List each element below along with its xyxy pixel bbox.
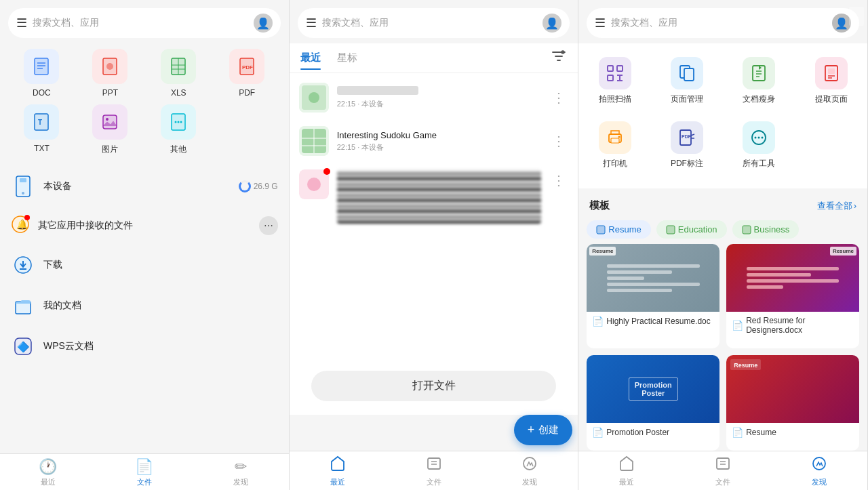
file-type-xls[interactable]: XLS — [148, 49, 210, 98]
panel-recent: ☰ 搜索文档、应用 👤 最近 星标 22:15 · 本设备 — [290, 0, 579, 490]
tool-print[interactable]: 打印机 — [578, 113, 650, 178]
received-icon-wrap: 🔔 — [11, 215, 30, 237]
storage-mydocs[interactable]: 我的文档 — [0, 285, 289, 326]
nav-discover-3[interactable]: 发现 — [771, 455, 867, 487]
template-doc-icon-2: 📄 — [592, 427, 604, 438]
view-all-link[interactable]: 查看全部 › — [817, 200, 856, 212]
tool-alltools[interactable]: 所有工具 — [723, 113, 795, 178]
search-bar-2[interactable]: ☰ 搜索文档、应用 👤 — [298, 8, 570, 38]
tab-starred[interactable]: 星标 — [337, 46, 357, 70]
nav-files-2[interactable]: 文件 — [386, 455, 482, 487]
file-type-img[interactable]: 图片 — [79, 104, 141, 155]
svg-point-24 — [175, 121, 177, 123]
tool-scan[interactable]: 拍照扫描 — [578, 49, 650, 113]
storage-received[interactable]: 🔔 其它应用中接收的文件 ⋯ — [0, 207, 289, 245]
nav-recent-2[interactable]: 最近 — [290, 455, 386, 487]
avatar-2[interactable]: 👤 — [542, 14, 561, 33]
svg-rect-49 — [428, 458, 440, 469]
svg-point-25 — [178, 121, 180, 123]
create-btn[interactable]: + 创建 — [514, 415, 573, 445]
search-bar-1[interactable]: ☰ 搜索文档、应用 👤 — [8, 8, 281, 38]
nav-recent-3[interactable]: 最近 — [578, 455, 675, 487]
create-plus-icon: + — [528, 423, 535, 437]
nav-recent-1[interactable]: 🕐 最近 — [0, 458, 96, 487]
template-tab-business[interactable]: Business — [732, 220, 800, 239]
file-more-0[interactable]: ⋮ — [549, 87, 568, 108]
template-card-2[interactable]: PromotionPoster 📄 Promotion Poster — [587, 355, 719, 451]
open-file-btn[interactable]: 打开文件 — [311, 371, 557, 401]
file-item-2[interactable]: ⋮ — [290, 163, 578, 233]
nav-files-1[interactable]: 📄 文件 — [96, 458, 193, 487]
template-name-1: Red Resume for Designers.docx — [746, 316, 854, 335]
storage-device[interactable]: 本设备 26.9 G — [0, 166, 289, 207]
svg-text:🔔: 🔔 — [16, 219, 28, 230]
pdf-icon: PDF — [229, 49, 264, 84]
avatar-3[interactable]: 👤 — [832, 14, 851, 33]
svg-point-21 — [106, 118, 108, 121]
panel3-scroll: 拍照扫描 页面管理 文档瘦身 — [578, 43, 867, 451]
menu-icon-2[interactable]: ☰ — [306, 16, 317, 30]
device-label: 本设备 — [43, 180, 231, 192]
template-tab-education[interactable]: Education — [656, 220, 727, 239]
file-more-2[interactable]: ⋮ — [549, 169, 568, 191]
storage-downloads[interactable]: 下载 — [0, 245, 289, 285]
nav-files-label-2: 文件 — [427, 477, 441, 487]
file-type-doc[interactable]: DOC — [11, 49, 73, 98]
template-name-3: Resume — [746, 428, 776, 437]
received-label: 其它应用中接收的文件 — [38, 220, 251, 232]
search-placeholder-3[interactable]: 搜索文档、应用 — [611, 17, 827, 29]
template-card-1[interactable]: Resume 📄 Red Resume for Designers.docx — [726, 244, 859, 348]
nav-recent-label-2: 最近 — [330, 477, 345, 487]
template-card-3[interactable]: Resume 📄 Resume — [726, 355, 859, 451]
templates-title: 模板 — [589, 199, 610, 212]
menu-icon-1[interactable]: ☰ — [16, 16, 27, 30]
xls-label: XLS — [171, 88, 186, 98]
file-type-pdf[interactable]: PDF PDF — [216, 49, 278, 98]
svg-rect-66 — [828, 68, 835, 74]
template-doc-icon-3: 📄 — [732, 427, 743, 438]
svg-point-41 — [309, 92, 319, 103]
tools-grid: 拍照扫描 页面管理 文档瘦身 — [578, 43, 867, 183]
nav-discover-2[interactable]: 发现 — [481, 455, 578, 487]
tool-page[interactable]: 页面管理 — [651, 49, 723, 113]
pdf-label: PDF — [239, 88, 255, 98]
nav-files-icon-3 — [715, 455, 731, 476]
template-card-0[interactable]: Resume 📄 Highly Practical Resume.doc — [587, 244, 719, 348]
file-types-grid: DOC PPT XLS PDF PDF T TXT — [0, 43, 289, 161]
avatar-1[interactable]: 👤 — [254, 14, 273, 33]
search-placeholder-1[interactable]: 搜索文档、应用 — [33, 17, 248, 29]
device-meta: 26.9 G — [239, 180, 278, 192]
file-type-other[interactable]: 其他 — [148, 104, 210, 155]
template-label-0: 📄 Highly Practical Resume.doc — [587, 312, 719, 331]
storage-cloud[interactable]: 🔷 WPS云文档 — [0, 326, 289, 367]
template-tab-resume[interactable]: Resume — [587, 220, 650, 239]
bottom-nav-1: 🕐 最近 📄 文件 ✏ 发现 — [0, 453, 289, 490]
nav-files-3[interactable]: 文件 — [675, 455, 771, 487]
tool-extract[interactable]: 提取页面 — [795, 49, 867, 113]
alltools-label: 所有工具 — [743, 158, 775, 169]
notification-badge — [24, 215, 30, 220]
nav-discover-1[interactable]: ✏ 发现 — [193, 458, 289, 487]
tool-pdfmark[interactable]: PDF PDF标注 — [651, 113, 723, 178]
bottom-nav-2: 最近 文件 发现 — [290, 451, 578, 490]
svg-rect-84 — [743, 226, 751, 234]
search-placeholder-2[interactable]: 搜索文档、应用 — [322, 17, 538, 29]
file-item-0[interactable]: 22:15 · 本设备 ⋮ — [290, 76, 578, 119]
svg-text:T: T — [38, 119, 42, 126]
panel-discover: ☰ 搜索文档、应用 👤 拍照扫描 页面管理 — [578, 0, 868, 490]
file-item-1[interactable]: Interesting Sudoku Game 22:15 · 本设备 ⋮ — [290, 119, 578, 163]
svg-rect-70 — [611, 138, 619, 143]
print-icon — [599, 121, 631, 154]
file-type-ppt[interactable]: PPT — [79, 49, 141, 98]
file-type-txt[interactable]: T TXT — [11, 104, 73, 155]
file-more-1[interactable]: ⋮ — [549, 130, 568, 152]
tab-recent[interactable]: 最近 — [300, 46, 321, 70]
tool-slim[interactable]: 文档瘦身 — [723, 49, 795, 113]
search-bar-3[interactable]: ☰ 搜索文档、应用 👤 — [587, 8, 859, 38]
file-name-1: Interesting Sudoku Game — [337, 130, 542, 140]
menu-icon-3[interactable]: ☰ — [595, 16, 606, 30]
file-list: 22:15 · 本设备 ⋮ Interesting Sudoku Game 22… — [290, 73, 578, 357]
mydocs-icon — [11, 293, 35, 318]
received-more-btn[interactable]: ⋯ — [259, 216, 278, 235]
filter-icon[interactable] — [551, 48, 567, 68]
